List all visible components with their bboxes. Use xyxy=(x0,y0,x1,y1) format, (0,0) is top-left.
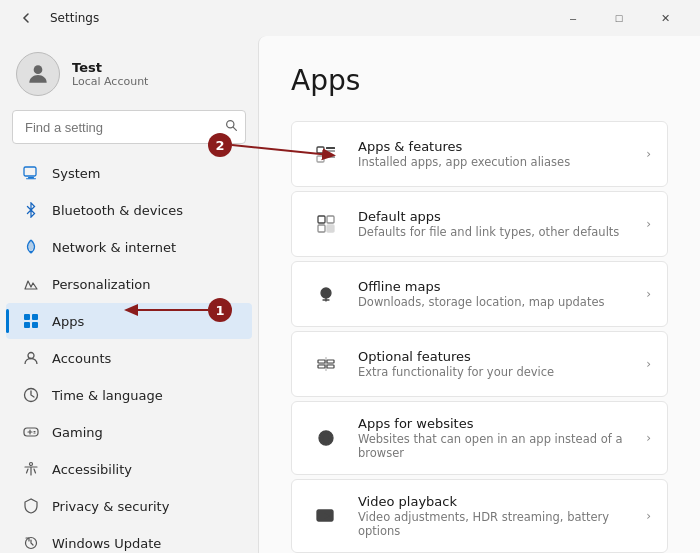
svg-rect-7 xyxy=(24,314,30,320)
window-title: Settings xyxy=(50,11,99,25)
user-account-type: Local Account xyxy=(72,75,148,88)
bluetooth-icon xyxy=(22,201,40,219)
svg-rect-3 xyxy=(24,167,36,176)
sidebar-item-personalization[interactable]: Personalization xyxy=(6,266,252,302)
svg-rect-23 xyxy=(318,225,325,232)
page-title: Apps xyxy=(291,64,668,97)
setting-item-optional-features[interactable]: Optional features Extra functionality fo… xyxy=(291,331,668,397)
svg-rect-9 xyxy=(24,322,30,328)
setting-desc-video-playback: Video adjustments, HDR streaming, batter… xyxy=(358,510,638,538)
nav-list: System Bluetooth & devices Network & int… xyxy=(0,154,258,553)
svg-rect-24 xyxy=(327,225,334,232)
svg-point-11 xyxy=(28,353,34,359)
search-input[interactable] xyxy=(12,110,246,144)
setting-text-apps-features: Apps & features Installed apps, app exec… xyxy=(358,139,638,169)
svg-rect-19 xyxy=(317,156,324,162)
privacy-icon xyxy=(22,497,40,515)
sidebar-label-apps: Apps xyxy=(52,314,84,329)
setting-item-video-playback[interactable]: Video playback Video adjustments, HDR st… xyxy=(291,479,668,553)
sidebar-item-accounts[interactable]: Accounts xyxy=(6,340,252,376)
chevron-right-icon-5: › xyxy=(646,431,651,445)
sidebar-item-system[interactable]: System xyxy=(6,155,252,191)
maximize-button[interactable]: □ xyxy=(596,3,642,33)
user-name: Test xyxy=(72,60,148,75)
close-button[interactable]: ✕ xyxy=(642,3,688,33)
apps-icon xyxy=(22,312,40,330)
sidebar-label-bluetooth: Bluetooth & devices xyxy=(52,203,183,218)
chevron-right-icon-6: › xyxy=(646,509,651,523)
user-section[interactable]: Test Local Account xyxy=(0,36,258,110)
sidebar-item-accessibility[interactable]: Accessibility xyxy=(6,451,252,487)
optional-features-icon xyxy=(308,346,344,382)
setting-label-apps-features: Apps & features xyxy=(358,139,638,154)
svg-rect-21 xyxy=(318,216,325,223)
setting-label-offline-maps: Offline maps xyxy=(358,279,638,294)
sidebar-item-privacy[interactable]: Privacy & security xyxy=(6,488,252,524)
avatar xyxy=(16,52,60,96)
user-info: Test Local Account xyxy=(72,60,148,88)
setting-desc-optional-features: Extra functionality for your device xyxy=(358,365,638,379)
setting-desc-default-apps: Defaults for file and link types, other … xyxy=(358,225,638,239)
svg-rect-5 xyxy=(26,178,36,179)
sidebar-label-accounts: Accounts xyxy=(52,351,111,366)
default-apps-icon xyxy=(308,206,344,242)
svg-line-2 xyxy=(233,127,236,130)
sidebar-label-time: Time & language xyxy=(52,388,163,403)
sidebar: Test Local Account System xyxy=(0,36,258,553)
svg-rect-18 xyxy=(326,150,335,152)
svg-rect-27 xyxy=(327,360,334,363)
chevron-right-icon: › xyxy=(646,147,651,161)
setting-text-default-apps: Default apps Defaults for file and link … xyxy=(358,209,638,239)
setting-item-apps-websites[interactable]: Apps for websites Websites that can open… xyxy=(291,401,668,475)
svg-point-14 xyxy=(30,463,33,466)
title-bar-left: Settings xyxy=(12,3,99,33)
chevron-right-icon-2: › xyxy=(646,217,651,231)
setting-label-optional-features: Optional features xyxy=(358,349,638,364)
sidebar-item-network[interactable]: Network & internet xyxy=(6,229,252,265)
video-playback-icon xyxy=(308,498,344,534)
svg-rect-29 xyxy=(327,365,334,368)
personalization-icon xyxy=(22,275,40,293)
svg-point-0 xyxy=(34,65,43,74)
setting-text-optional-features: Optional features Extra functionality fo… xyxy=(358,349,638,379)
update-icon xyxy=(22,534,40,552)
sidebar-label-windows-update: Windows Update xyxy=(52,536,161,551)
main-content: Apps Apps & features Installed apps, app… xyxy=(258,36,700,553)
sidebar-item-windows-update[interactable]: Windows Update xyxy=(6,525,252,553)
sidebar-label-personalization: Personalization xyxy=(52,277,151,292)
minimize-button[interactable]: – xyxy=(550,3,596,33)
search-icon xyxy=(225,119,238,135)
sidebar-item-bluetooth[interactable]: Bluetooth & devices xyxy=(6,192,252,228)
setting-desc-apps-websites: Websites that can open in an app instead… xyxy=(358,432,638,460)
setting-label-default-apps: Default apps xyxy=(358,209,638,224)
svg-rect-26 xyxy=(318,360,325,363)
sidebar-item-time[interactable]: Time & language xyxy=(6,377,252,413)
setting-label-video-playback: Video playback xyxy=(358,494,638,509)
user-icon xyxy=(25,61,51,87)
sidebar-label-system: System xyxy=(52,166,100,181)
setting-item-apps-features[interactable]: Apps & features Installed apps, app exec… xyxy=(291,121,668,187)
sidebar-item-gaming[interactable]: Gaming xyxy=(6,414,252,450)
back-button[interactable] xyxy=(12,3,40,33)
setting-item-offline-maps[interactable]: Offline maps Downloads, storage location… xyxy=(291,261,668,327)
setting-text-offline-maps: Offline maps Downloads, storage location… xyxy=(358,279,638,309)
setting-item-default-apps[interactable]: Default apps Defaults for file and link … xyxy=(291,191,668,257)
offline-maps-icon xyxy=(308,276,344,312)
app-window: Test Local Account System xyxy=(0,36,700,553)
apps-websites-icon xyxy=(308,420,344,456)
sidebar-item-apps[interactable]: Apps xyxy=(6,303,252,339)
svg-rect-10 xyxy=(32,322,38,328)
network-icon xyxy=(22,238,40,256)
svg-rect-8 xyxy=(32,314,38,320)
title-bar: Settings – □ ✕ xyxy=(0,0,700,36)
sidebar-label-network: Network & internet xyxy=(52,240,176,255)
svg-rect-28 xyxy=(318,365,325,368)
time-icon xyxy=(22,386,40,404)
setting-text-apps-websites: Apps for websites Websites that can open… xyxy=(358,416,638,460)
sidebar-label-gaming: Gaming xyxy=(52,425,103,440)
svg-rect-16 xyxy=(317,147,324,153)
svg-rect-20 xyxy=(326,156,335,158)
setting-text-video-playback: Video playback Video adjustments, HDR st… xyxy=(358,494,638,538)
sidebar-label-privacy: Privacy & security xyxy=(52,499,169,514)
setting-desc-apps-features: Installed apps, app execution aliases xyxy=(358,155,638,169)
